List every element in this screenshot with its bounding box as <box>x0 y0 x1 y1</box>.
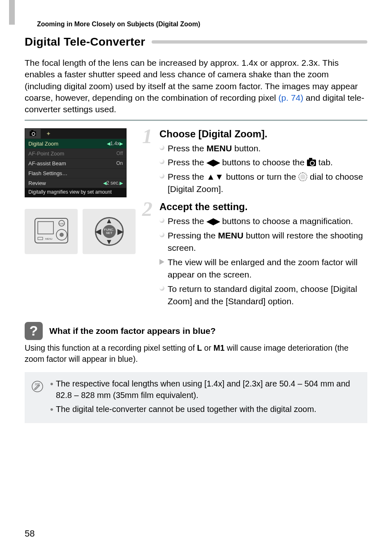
menu-row-review: Review ◀ 2 sec. ▶ <box>25 178 126 188</box>
svg-rect-6 <box>38 237 43 240</box>
step-text: ◀▶ <box>207 157 220 167</box>
callout-text: or <box>202 343 213 352</box>
step-text: Press the <box>168 172 207 181</box>
step-text: To return to standard digital zoom, choo… <box>168 284 357 306</box>
result-arrow-icon <box>159 259 164 265</box>
step: 2Accept the setting.Press the ◀▶ buttons… <box>145 201 367 308</box>
step-text: MENU <box>207 143 232 153</box>
step-title: Accept the setting. <box>159 201 367 213</box>
step-text: ▲▼ <box>207 172 224 181</box>
question-icon: ? <box>25 322 43 340</box>
menu-row-af-point-zoom: AF-Point Zoom Off <box>25 148 126 158</box>
dpad-illustration: FUNC. SET ◀ ▶ ▲ ▼ <box>83 209 136 254</box>
step-text: The view will be enlarged and the zoom f… <box>168 257 357 279</box>
func-set-label: FUNC. SET <box>103 225 116 238</box>
step-text: MENU <box>218 231 244 240</box>
svg-text:FUNC: FUNC <box>59 222 65 225</box>
step-text: buttons to choose a magnification. <box>220 216 353 226</box>
menu-row-flash: Flash Settings… <box>25 168 126 178</box>
menu-value: 1.4x <box>110 141 120 146</box>
step-bullet: To return to standard digital zoom, choo… <box>159 283 367 308</box>
menu-value: On <box>116 160 123 166</box>
note-pencil-icon <box>30 379 44 393</box>
callout-body: Using this function at a recording pixel… <box>25 342 367 365</box>
menu-label: AF-assist Beam <box>28 160 116 167</box>
step: 1Choose [Digital Zoom].Press the MENU bu… <box>145 128 367 196</box>
step-text: Press the <box>168 216 207 226</box>
step-bullet: Press the MENU button. <box>159 142 367 155</box>
menu-tab-tools: ✦ <box>41 129 56 139</box>
step-number: 2 <box>142 197 152 221</box>
control-dial-icon <box>298 172 307 181</box>
step-bullet: Pressing the MENU button will restore th… <box>159 229 367 255</box>
step-text: buttons or turn the <box>224 172 298 181</box>
note-box: The respective focal lengths when using … <box>25 372 367 423</box>
size-m1-icon: M1 <box>214 343 225 352</box>
camera-back-illustration: FUNC MENU <box>25 209 78 254</box>
menu-label: AF-Point Zoom <box>28 150 116 157</box>
step-text: Press the <box>168 157 207 167</box>
camera-tab-icon <box>307 160 316 166</box>
breadcrumb: Zooming in More Closely on Subjects (Dig… <box>37 21 367 28</box>
intro-paragraph: The focal length of the lens can be incr… <box>25 57 367 116</box>
menu-value: Off <box>116 150 123 156</box>
menu-footer: Digitally magnifies view by set amount <box>25 188 126 197</box>
step-bullet: Press the ▲▼ buttons or turn the dial to… <box>159 171 367 196</box>
menu-value: 2 sec. <box>106 180 120 186</box>
bullet-dot-icon <box>159 218 164 223</box>
menu-row-af-assist: AF-assist Beam On <box>25 158 126 168</box>
svg-point-5 <box>60 233 64 237</box>
bullet-dot-icon <box>159 232 164 237</box>
menu-label: Flash Settings… <box>28 170 123 176</box>
step-text: button. <box>232 143 261 153</box>
camera-icon <box>30 131 36 136</box>
camera-menu-screenshot: ✦ Digital Zoom ◀ 1.4x ▶ AF-Point Zoom Of… <box>25 128 127 197</box>
section-title: Digital Tele-Converter <box>25 35 145 49</box>
bullet-dot-icon <box>159 145 164 150</box>
menu-label: Digital Zoom <box>28 141 107 147</box>
step-number: 1 <box>142 124 152 148</box>
step-bullet: The view will be enlarged and the zoom f… <box>159 256 367 281</box>
step-text: Press the <box>168 143 207 153</box>
step-bullet: Press the ◀▶ buttons to choose a magnifi… <box>159 215 367 227</box>
title-rule <box>152 40 367 44</box>
svg-text:MENU: MENU <box>45 238 53 240</box>
callout-title: What if the zoom factor appears in blue? <box>49 326 216 336</box>
page-number: 58 <box>25 528 35 539</box>
menu-tab-camera <box>25 129 41 139</box>
menu-row-digital-zoom: Digital Zoom ◀ 1.4x ▶ <box>25 139 126 148</box>
size-l-icon: L <box>197 343 202 352</box>
page-ref-link[interactable]: (p. 74) <box>279 93 304 102</box>
section-divider <box>25 120 367 121</box>
step-title: Choose [Digital Zoom]. <box>159 128 367 140</box>
bullet-dot-icon <box>159 174 164 178</box>
step-text: ◀▶ <box>207 216 220 226</box>
chapter-tab <box>9 0 15 25</box>
note-item: The digital tele-converter cannot be use… <box>50 403 360 415</box>
callout-text: Using this function at a recording pixel… <box>25 343 197 352</box>
step-text: Pressing the <box>168 231 218 240</box>
step-text: tab. <box>316 157 333 167</box>
bullet-dot-icon <box>159 286 164 291</box>
note-item: The respective focal lengths when using … <box>50 378 360 401</box>
menu-label: Review <box>28 180 103 186</box>
svg-rect-1 <box>38 222 53 234</box>
step-text: buttons to choose the <box>220 157 307 167</box>
bullet-dot-icon <box>159 159 164 164</box>
step-bullet: Press the ◀▶ buttons to choose the tab. <box>159 156 367 169</box>
